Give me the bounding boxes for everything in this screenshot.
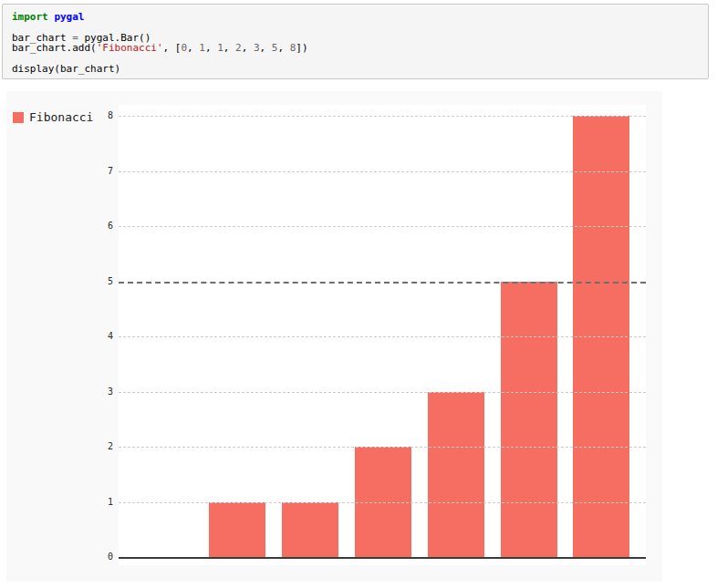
code-line: display(bar_chart) [12, 64, 699, 74]
y-tick-label-8: 8 [82, 110, 113, 121]
code-token-plain: , [205, 42, 217, 54]
gridline-y-4 [119, 336, 646, 337]
legend-swatch [13, 112, 24, 123]
code-token-string: 'Fibonacci' [97, 42, 163, 54]
code-token-plain: , [277, 42, 289, 54]
code-token-plain: , [223, 42, 235, 54]
code-token-number: 1 [217, 42, 223, 54]
y-tick-label-7: 7 [82, 166, 113, 177]
gridline-y-8 [119, 116, 646, 117]
code-token-number: 3 [254, 42, 260, 54]
y-tick-label-4: 4 [82, 331, 113, 342]
bar-fibonacci-5[interactable] [501, 282, 557, 558]
y-tick-label-1: 1 [82, 497, 113, 508]
gridline-y-5 [119, 282, 646, 284]
gridline-y-1 [119, 502, 646, 503]
code-token-namespace: pygal [54, 11, 84, 23]
bar-fibonacci-2[interactable] [282, 502, 338, 558]
code-token-number: 1 [199, 42, 205, 54]
y-tick-label-2: 2 [82, 441, 113, 452]
y-tick-label-0: 0 [82, 552, 113, 562]
plot-area [119, 105, 646, 565]
code-token-plain: , [242, 42, 254, 54]
code-token-plain: , [187, 42, 199, 54]
bars-layer [119, 105, 646, 557]
code-line: import pygal [12, 12, 699, 22]
code-line: bar_chart.add('Fibonacci', [0, 1, 1, 2, … [12, 43, 699, 53]
code-cell[interactable]: import pygal bar_chart = pygal.Bar()bar_… [2, 4, 709, 79]
gridline-y-6 [119, 226, 646, 227]
gridline-y-3 [119, 392, 646, 393]
code-token-number: 2 [235, 42, 242, 54]
code-token-plain: ]) [296, 42, 307, 54]
x-axis-line [119, 557, 646, 559]
code-token-plain: display(bar_chart) [12, 63, 120, 75]
y-tick-label-6: 6 [82, 221, 113, 232]
code-token-plain: bar_chart.add( [12, 42, 97, 54]
code-token-plain: , [ [163, 42, 182, 54]
y-tick-label-3: 3 [82, 387, 113, 397]
code-token-plain: , [260, 42, 272, 54]
bar-fibonacci-4[interactable] [428, 392, 484, 558]
gridline-y-7 [119, 171, 646, 172]
y-tick-label-5: 5 [82, 276, 113, 287]
bar-chart: Fibonacci 012345678 [6, 91, 662, 582]
bar-fibonacci-1[interactable] [209, 502, 265, 558]
gridline-y-2 [119, 447, 646, 448]
